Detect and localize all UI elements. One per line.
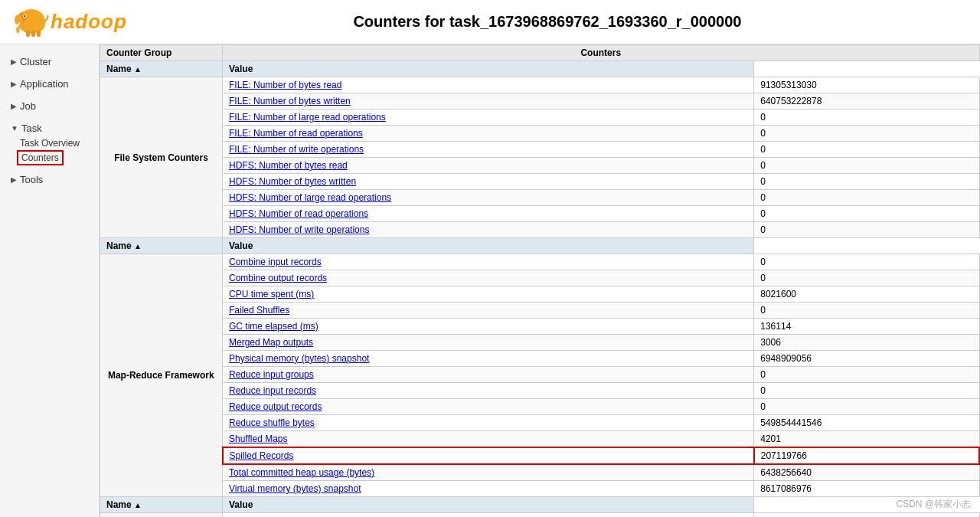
- sidebar-section-job: ▶ Job: [0, 95, 99, 117]
- counter-value-cell: 4201: [754, 431, 979, 448]
- content-area: Counter Group Counters Name ▲ValueFile S…: [100, 44, 980, 517]
- table-row: FILE: Number of large read operations0: [100, 110, 980, 126]
- header: hadoop Counters for task_1673968869762_1…: [0, 0, 980, 44]
- sidebar-section-application: ▶ Application: [0, 73, 99, 95]
- counter-name-cell[interactable]: HDFS: Number of large read operations: [223, 190, 754, 206]
- cluster-arrow-icon: ▶: [11, 57, 17, 66]
- counter-value-cell: 0: [754, 206, 979, 222]
- table-row: HDFS: Number of bytes read0: [100, 158, 980, 174]
- table-row: FILE: Number of read operations0: [100, 126, 980, 142]
- counter-value-cell: 6948909056: [754, 351, 979, 367]
- table-row: Spilled Records207119766: [100, 447, 980, 464]
- counters-table: Counter Group Counters Name ▲ValueFile S…: [100, 44, 980, 517]
- counter-name-cell[interactable]: Reduce output records: [223, 399, 754, 415]
- sidebar-item-task[interactable]: ▼ Task: [6, 120, 93, 136]
- col-group-header: Counter Group: [100, 45, 223, 61]
- counter-name-cell[interactable]: Failed Shuffles: [223, 303, 754, 319]
- counter-value-cell: 8617086976: [754, 481, 979, 497]
- sidebar-task-label: Task: [21, 123, 42, 134]
- watermark: CSDN @韩家小志: [896, 498, 971, 511]
- counter-value-cell: 6438256640: [754, 464, 979, 481]
- main-layout: ▶ Cluster ▶ Application ▶ Job ▼ Task Tas…: [0, 44, 980, 517]
- sidebar-item-cluster[interactable]: ▶ Cluster: [6, 54, 93, 70]
- sidebar-item-application[interactable]: ▶ Application: [6, 76, 93, 92]
- counter-name-cell[interactable]: HDFS: Number of write operations: [223, 222, 754, 238]
- counter-value-cell: 0: [754, 110, 979, 126]
- job-arrow-icon: ▶: [11, 102, 17, 110]
- sidebar-cluster-label: Cluster: [20, 56, 51, 67]
- table-row: Map-Reduce FrameworkCombine input record…: [100, 254, 980, 270]
- logo-area: hadoop: [12, 5, 127, 39]
- sidebar-item-task-overview[interactable]: Task Overview: [17, 136, 93, 150]
- counter-name-cell[interactable]: Shuffled Maps: [223, 431, 754, 448]
- counter-name-cell[interactable]: HDFS: Number of read operations: [223, 206, 754, 222]
- hadoop-text-logo: hadoop: [51, 10, 127, 34]
- counter-name-cell[interactable]: FILE: Number of read operations: [223, 126, 754, 142]
- counter-value-cell: 136114: [754, 319, 979, 335]
- sidebar-item-job[interactable]: ▶ Job: [6, 98, 93, 114]
- counter-name-cell[interactable]: Merged Map outputs: [223, 335, 754, 351]
- table-row: Reduce input records0: [100, 383, 980, 399]
- table-header-row: Counter Group Counters: [100, 45, 980, 61]
- counter-value-cell: 640753222878: [754, 93, 979, 110]
- sidebar: ▶ Cluster ▶ Application ▶ Job ▼ Task Tas…: [0, 44, 100, 517]
- table-row: Reduce output records0: [100, 399, 980, 415]
- counter-name-cell[interactable]: HDFS: Number of bytes written: [223, 174, 754, 190]
- counter-value-cell: 0: [754, 303, 979, 319]
- table-row: HDFS: Number of read operations0: [100, 206, 980, 222]
- counter-name-cell[interactable]: FILE: Number of bytes written: [223, 93, 754, 110]
- counter-value-cell: 0: [754, 270, 979, 286]
- table-row: Reduce input groups0: [100, 367, 980, 383]
- sidebar-application-label: Application: [20, 78, 69, 90]
- counter-name-cell[interactable]: FILE: Number of write operations: [223, 142, 754, 158]
- table-row: HDFS: Number of write operations0: [100, 222, 980, 238]
- table-row: CPU time spent (ms)8021600: [100, 286, 980, 303]
- counter-value-cell: 8021600: [754, 286, 979, 303]
- counter-value-cell: 91305313030: [754, 77, 979, 93]
- table-row: HDFS: Number of bytes written0: [100, 174, 980, 190]
- counter-name-cell[interactable]: FILE: Number of large read operations: [223, 110, 754, 126]
- table-row: Shuffle ErrorsBAD_ID0: [100, 513, 980, 518]
- counter-name-cell[interactable]: Reduce input groups: [223, 367, 754, 383]
- counter-name-cell[interactable]: Combine input records: [223, 254, 754, 270]
- application-arrow-icon: ▶: [11, 80, 17, 88]
- svg-point-5: [24, 15, 25, 17]
- value-col-header: Value: [223, 497, 754, 513]
- counter-name-cell[interactable]: Virtual memory (bytes) snapshot: [223, 481, 754, 497]
- counter-group-cell: Map-Reduce Framework: [100, 254, 223, 497]
- table-row: File System CountersFILE: Number of byte…: [100, 77, 980, 93]
- counter-name-cell[interactable]: Reduce input records: [223, 383, 754, 399]
- counter-name-cell[interactable]: Reduce shuffle bytes: [223, 415, 754, 431]
- page-title: Counters for task_1673968869762_1693360_…: [127, 13, 968, 31]
- counter-group-cell: File System Counters: [100, 77, 223, 238]
- table-row: GC time elapsed (ms)136114: [100, 319, 980, 335]
- sidebar-item-counters[interactable]: Counters: [17, 150, 64, 165]
- sidebar-item-tools[interactable]: ▶ Tools: [6, 172, 93, 188]
- counter-name-cell[interactable]: Total committed heap usage (bytes): [223, 464, 754, 481]
- name-col-header: Name ▲: [100, 61, 223, 77]
- table-row: Combine output records0: [100, 270, 980, 286]
- sidebar-section-task: ▼ Task Task Overview Counters: [0, 117, 99, 169]
- table-row: Physical memory (bytes) snapshot69489090…: [100, 351, 980, 367]
- table-row: Virtual memory (bytes) snapshot861708697…: [100, 481, 980, 497]
- col-counters-header: Counters: [223, 45, 980, 61]
- svg-rect-8: [31, 31, 35, 37]
- name-col-header: Name ▲: [100, 497, 223, 513]
- counter-value-cell: 207119766: [754, 447, 979, 464]
- counter-name-cell[interactable]: Spilled Records: [223, 447, 754, 464]
- sidebar-section-tools: ▶ Tools: [0, 169, 99, 191]
- counter-value-cell: 0: [754, 222, 979, 238]
- counter-name-cell[interactable]: Physical memory (bytes) snapshot: [223, 351, 754, 367]
- counter-value-cell: 0: [754, 513, 979, 518]
- counter-name-cell[interactable]: BAD_ID: [223, 513, 754, 518]
- counter-value-cell: 0: [754, 174, 979, 190]
- sidebar-section-cluster: ▶ Cluster: [0, 51, 99, 73]
- counter-name-cell[interactable]: FILE: Number of bytes read: [223, 77, 754, 93]
- svg-rect-9: [37, 31, 41, 37]
- counter-name-cell[interactable]: GC time elapsed (ms): [223, 319, 754, 335]
- counter-value-cell: 0: [754, 142, 979, 158]
- counter-name-cell[interactable]: HDFS: Number of bytes read: [223, 158, 754, 174]
- value-col-header: Value: [223, 238, 754, 254]
- counter-name-cell[interactable]: CPU time spent (ms): [223, 286, 754, 303]
- counter-name-cell[interactable]: Combine output records: [223, 270, 754, 286]
